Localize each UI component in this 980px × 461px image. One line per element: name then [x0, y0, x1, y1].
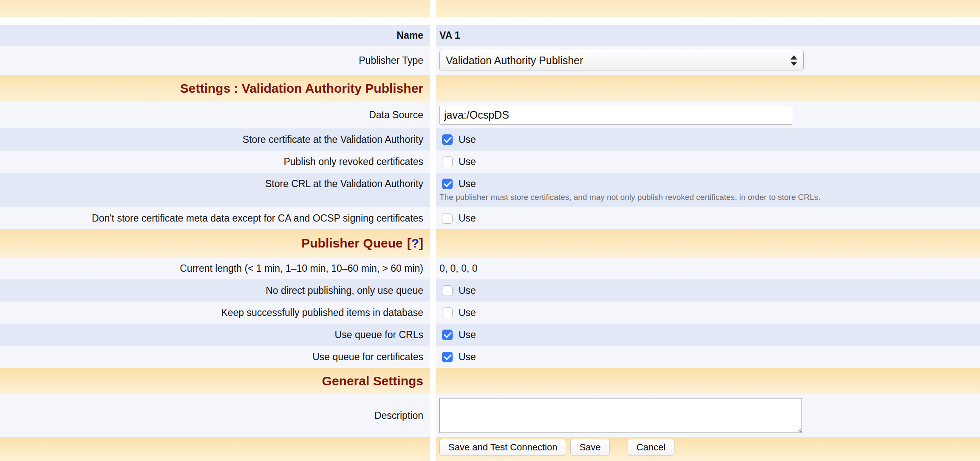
- name-row: Name VA 1: [0, 25, 980, 46]
- chevron-down-icon: [790, 62, 797, 66]
- publisher-type-label: Publisher Type: [359, 55, 423, 66]
- use-queue-certs-label: Use queue for certificates: [312, 351, 423, 363]
- description-textarea[interactable]: [439, 398, 802, 433]
- queue-help-prefix: [: [407, 236, 411, 250]
- store-crl-use-label[interactable]: Use: [459, 178, 476, 190]
- cancel-button[interactable]: Cancel: [628, 439, 674, 456]
- data-source-label: Data Source: [369, 109, 423, 121]
- use-queue-crls-checkbox[interactable]: [442, 330, 453, 340]
- settings-section-title: Settings : Validation Authority Publishe…: [180, 81, 423, 96]
- no-direct-publishing-row: No direct publishing, only use queue Use: [0, 279, 980, 302]
- store-crl-checkbox[interactable]: [442, 179, 453, 189]
- name-value: VA 1: [439, 30, 460, 41]
- store-crl-note: The publisher must store certificates, a…: [439, 193, 821, 202]
- data-source-row: Data Source: [0, 102, 980, 128]
- use-queue-crls-row: Use queue for CRLs Use: [0, 324, 980, 346]
- general-section-title: General Settings: [322, 374, 423, 388]
- data-source-input[interactable]: [439, 106, 792, 125]
- store-certificate-row: Store certificate at the Validation Auth…: [0, 128, 980, 151]
- save-and-test-connection-button[interactable]: Save and Test Connection: [439, 439, 566, 456]
- save-button[interactable]: Save: [570, 439, 609, 456]
- name-label: Name: [397, 30, 423, 41]
- store-crl-row: Store CRL at the Validation Authority Us…: [0, 173, 980, 207]
- use-queue-certs-checkbox[interactable]: [442, 352, 453, 362]
- general-section-header: General Settings: [0, 368, 980, 394]
- description-row: Description: [0, 394, 980, 437]
- publish-only-revoked-label: Publish only revoked certificates: [283, 156, 423, 168]
- store-certificate-checkbox[interactable]: [442, 134, 453, 145]
- select-stepper-icon: [786, 55, 802, 66]
- spacer-row: [0, 17, 980, 25]
- keep-published-checkbox[interactable]: [442, 307, 453, 318]
- queue-help-link[interactable]: ?: [411, 236, 419, 250]
- use-queue-crls-use-label[interactable]: Use: [459, 329, 476, 341]
- queue-section-header: Publisher Queue [ ? ]: [0, 229, 980, 257]
- dont-store-meta-row: Don't store certificate meta data except…: [0, 207, 980, 229]
- no-direct-publishing-checkbox[interactable]: [442, 285, 453, 296]
- publisher-type-select[interactable]: Validation Authority Publisher: [439, 50, 804, 71]
- no-direct-publishing-label: No direct publishing, only use queue: [266, 285, 423, 296]
- use-queue-certs-row: Use queue for certificates Use: [0, 346, 980, 368]
- chevron-up-icon: [790, 55, 797, 60]
- edit-publisher-page: Name VA 1 Publisher Type Validation Auth…: [0, 0, 980, 461]
- keep-published-use-label[interactable]: Use: [459, 307, 476, 319]
- buttons-row: Save and Test Connection Save Cancel: [0, 437, 980, 461]
- use-queue-crls-label: Use queue for CRLs: [335, 329, 423, 341]
- current-length-value: 0, 0, 0, 0: [439, 263, 478, 274]
- store-crl-label: Store CRL at the Validation Authority: [265, 178, 423, 190]
- dont-store-meta-label: Don't store certificate meta data except…: [92, 213, 423, 224]
- queue-help-suffix: ]: [419, 236, 423, 250]
- use-queue-certs-use-label[interactable]: Use: [459, 351, 476, 363]
- description-label: Description: [374, 410, 423, 421]
- publisher-type-row: Publisher Type Validation Authority Publ…: [0, 46, 980, 75]
- publisher-type-selected-value: Validation Authority Publisher: [446, 54, 786, 67]
- keep-published-row: Keep successfully published items in dat…: [0, 302, 980, 324]
- publish-only-revoked-row: Publish only revoked certificates Use: [0, 151, 980, 173]
- settings-section-header: Settings : Validation Authority Publishe…: [0, 75, 980, 102]
- keep-published-label: Keep successfully published items in dat…: [221, 307, 423, 319]
- top-band: [0, 0, 980, 17]
- current-length-row: Current length (< 1 min, 1–10 min, 10–60…: [0, 257, 980, 279]
- dont-store-meta-checkbox[interactable]: [442, 213, 453, 224]
- store-certificate-use-label[interactable]: Use: [459, 134, 476, 145]
- queue-section-title: Publisher Queue: [301, 236, 402, 250]
- current-length-label: Current length (< 1 min, 1–10 min, 10–60…: [180, 263, 423, 274]
- dont-store-meta-use-label[interactable]: Use: [459, 213, 476, 224]
- store-certificate-label: Store certificate at the Validation Auth…: [243, 134, 423, 145]
- publish-only-revoked-checkbox[interactable]: [442, 157, 453, 167]
- no-direct-publishing-use-label[interactable]: Use: [459, 285, 476, 296]
- publish-only-revoked-use-label[interactable]: Use: [459, 156, 476, 168]
